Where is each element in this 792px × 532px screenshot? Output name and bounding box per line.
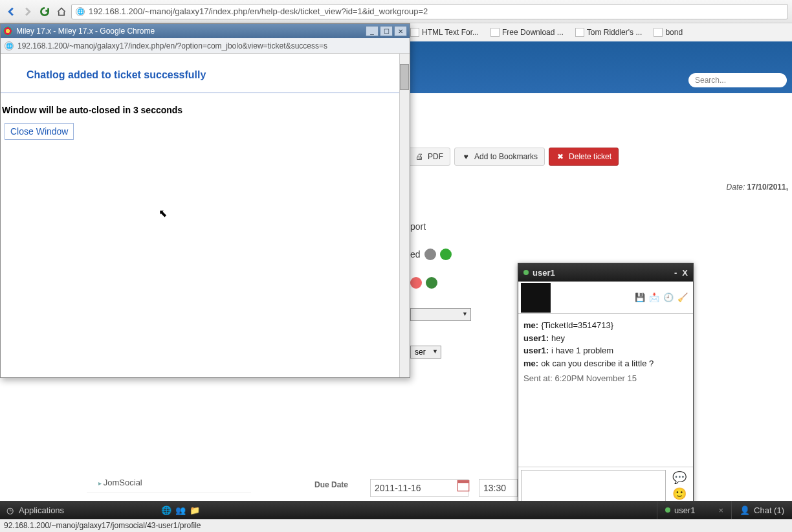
page-icon bbox=[575, 28, 584, 37]
save-icon[interactable]: 💾 bbox=[635, 293, 645, 303]
ticket-icon[interactable]: 📩 bbox=[649, 293, 659, 303]
send-icon[interactable]: 💬 bbox=[672, 471, 687, 485]
popup-window: Miley 17.x - Miley 17.x - Google Chrome … bbox=[0, 23, 410, 378]
apps-icon: ◷ bbox=[6, 505, 14, 515]
detail-fragment: port bbox=[410, 221, 426, 232]
tray-user-chat[interactable]: user1 × bbox=[657, 501, 731, 519]
calendar-icon[interactable] bbox=[457, 479, 470, 492]
autoclose-message: Window will be auto-closed in 3 secconds bbox=[1, 93, 410, 123]
main-url-text: 192.168.1.200/~manoj/galaxy17/index.php/… bbox=[89, 6, 428, 16]
status-icon bbox=[410, 277, 422, 289]
globe-icon: 🌐 bbox=[5, 41, 14, 50]
page-icon bbox=[410, 28, 419, 37]
chat-titlebar[interactable]: user1 - X bbox=[518, 263, 693, 282]
bookmark-item[interactable]: Free Download ... bbox=[490, 28, 564, 37]
print-icon: 🖨 bbox=[415, 152, 424, 161]
history-icon[interactable]: 🕘 bbox=[663, 293, 674, 303]
person-icon: 👤 bbox=[740, 505, 750, 515]
add-icon[interactable] bbox=[440, 249, 452, 260]
page-icon bbox=[490, 28, 500, 37]
scrollbar[interactable] bbox=[399, 54, 410, 377]
chat-close-button[interactable]: X bbox=[682, 268, 688, 278]
bookmark-item[interactable]: HTML Text For... bbox=[410, 28, 479, 37]
pdf-button[interactable]: 🖨PDF bbox=[408, 148, 450, 166]
reload-button[interactable] bbox=[38, 5, 52, 19]
chat-minimize-button[interactable]: - bbox=[674, 268, 677, 278]
popup-body: Chatlog added to ticket successfully Win… bbox=[1, 54, 410, 377]
due-time-input[interactable]: 13:30 bbox=[479, 479, 518, 497]
scrollbar-thumb[interactable] bbox=[400, 64, 409, 90]
detail-row: ed bbox=[410, 249, 452, 260]
page-icon bbox=[654, 28, 663, 37]
bookmark-item[interactable]: bond bbox=[654, 28, 683, 37]
online-icon bbox=[665, 507, 670, 513]
success-message: Chatlog added to ticket successfully bbox=[1, 54, 410, 93]
home-button[interactable] bbox=[54, 5, 69, 19]
back-button[interactable] bbox=[4, 5, 18, 19]
globe-icon: 🌐 bbox=[76, 7, 85, 16]
forward-button[interactable] bbox=[21, 5, 35, 19]
delete-ticket-button[interactable]: ✖Delete ticket bbox=[549, 148, 619, 166]
maximize-button[interactable]: ☐ bbox=[380, 26, 393, 36]
tag-icon[interactable] bbox=[424, 249, 436, 260]
taskbar: ◷ Applications 🌐 👥 📁 user1 × 👤 Chat (1) bbox=[0, 501, 792, 519]
due-date-input[interactable]: 2011-11-16 bbox=[370, 479, 468, 497]
close-window-button[interactable]: Close Window bbox=[5, 123, 74, 140]
ticket-toolbar: 🖨PDF ♥Add to Bookmarks ✖Delete ticket bbox=[408, 148, 619, 166]
popup-url-bar[interactable]: 🌐 192.168.1.200/~manoj/galaxy17/index.ph… bbox=[1, 38, 410, 54]
bookmark-item[interactable]: Tom Riddler's ... bbox=[575, 28, 643, 37]
user-select[interactable]: ser bbox=[410, 346, 441, 359]
status-url: 92.168.1.200/~manoj/galaxy17/jomsocial/4… bbox=[4, 521, 201, 530]
select-field[interactable] bbox=[410, 308, 471, 321]
chrome-icon bbox=[3, 27, 12, 36]
status-bar: 92.168.1.200/~manoj/galaxy17/jomsocial/4… bbox=[0, 519, 792, 532]
applications-menu[interactable]: ◷ Applications bbox=[0, 505, 71, 515]
chat-header: 💾 📩 🕘 🧹 bbox=[518, 282, 693, 314]
chat-window: user1 - X 💾 📩 🕘 🧹 me:{TicketId=3514713} … bbox=[518, 263, 694, 505]
emoji-icon[interactable]: 🙂 bbox=[672, 487, 687, 501]
chat-text-input[interactable] bbox=[521, 470, 666, 502]
svg-rect-1 bbox=[457, 481, 469, 483]
chat-sent-time: Sent at: 6:20PM November 15 bbox=[523, 372, 688, 385]
taskbar-icon[interactable]: 🌐 bbox=[161, 505, 171, 515]
taskbar-icon[interactable]: 📁 bbox=[190, 505, 200, 515]
chat-log: me:{TicketId=3514713} user1:hey user1:i … bbox=[518, 314, 693, 467]
ticket-date: Date: 17/10/2011, bbox=[727, 183, 788, 192]
taskbar-icon[interactable]: 👥 bbox=[175, 505, 186, 515]
detail-row bbox=[410, 277, 437, 289]
tray-chat[interactable]: 👤 Chat (1) bbox=[731, 501, 792, 519]
close-button[interactable]: ✕ bbox=[394, 26, 407, 36]
clear-icon[interactable]: 🧹 bbox=[677, 293, 688, 303]
chat-input-row: 💬 🙂 bbox=[518, 467, 693, 504]
browser-navbar: 🌐 192.168.1.200/~manoj/galaxy17/index.ph… bbox=[0, 0, 792, 23]
avatar[interactable] bbox=[521, 283, 551, 313]
sidebar-item-jomsocial[interactable]: JomSocial bbox=[87, 472, 251, 493]
online-icon bbox=[523, 270, 529, 275]
bookmark-button[interactable]: ♥Add to Bookmarks bbox=[454, 148, 545, 166]
site-search-input[interactable]: Search... bbox=[688, 73, 787, 87]
popup-titlebar[interactable]: Miley 17.x - Miley 17.x - Google Chrome … bbox=[1, 24, 410, 38]
chat-icon[interactable] bbox=[426, 277, 437, 289]
minimize-button[interactable]: _ bbox=[366, 26, 379, 36]
main-url-bar[interactable]: 🌐 192.168.1.200/~manoj/galaxy17/index.ph… bbox=[71, 4, 788, 19]
due-date-label: Due Date bbox=[314, 480, 348, 489]
delete-icon: ✖ bbox=[556, 152, 565, 161]
heart-icon: ♥ bbox=[461, 152, 470, 161]
close-icon[interactable]: × bbox=[718, 505, 723, 515]
